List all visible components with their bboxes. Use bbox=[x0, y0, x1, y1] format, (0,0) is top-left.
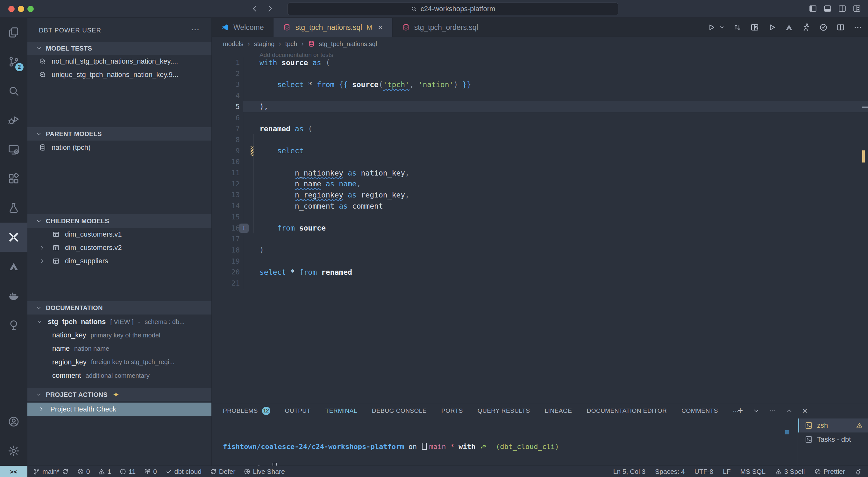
section-header-model-tests[interactable]: MODEL TESTS bbox=[27, 42, 212, 55]
toggle-secondary-sidebar-icon[interactable] bbox=[838, 4, 846, 13]
list-item[interactable]: unique_stg_tpch_nations_nation_key.9... bbox=[27, 68, 212, 81]
activity-item-dbt-power-user[interactable] bbox=[0, 223, 27, 252]
code-line[interactable]: 5), bbox=[212, 101, 868, 112]
code-line[interactable]: 4 bbox=[212, 90, 868, 101]
close-window-button[interactable] bbox=[8, 6, 14, 12]
activity-item-accounts[interactable] bbox=[0, 407, 27, 436]
list-item[interactable]: dim_suppliers bbox=[27, 254, 212, 268]
status-item-language-mode[interactable]: MS SQL bbox=[740, 468, 766, 475]
panel-tab-comments[interactable]: COMMENTS bbox=[681, 407, 718, 414]
doc-column-row[interactable]: region_keyforeign key to stg_tpch_regi..… bbox=[27, 355, 212, 369]
compare-icon[interactable] bbox=[733, 23, 742, 32]
minimize-window-button[interactable] bbox=[18, 6, 24, 12]
split-editor-icon[interactable] bbox=[836, 23, 845, 32]
maximize-panel-icon[interactable] bbox=[786, 407, 793, 414]
activity-item-run-and-debug[interactable] bbox=[0, 106, 27, 135]
code-line[interactable]: 15 bbox=[212, 211, 868, 223]
chevron-right-icon[interactable] bbox=[39, 258, 45, 264]
status-item-encoding[interactable]: UTF-8 bbox=[694, 468, 714, 475]
panel-tab-output[interactable]: OUTPUT bbox=[285, 407, 311, 414]
doc-column-row[interactable]: namenation name bbox=[27, 342, 212, 355]
code-line[interactable]: 1with source as ( bbox=[212, 57, 868, 68]
terminal-instance-zsh[interactable]: zsh bbox=[798, 418, 868, 433]
panel-scroll-handle[interactable] bbox=[785, 430, 789, 434]
status-item-spell-checker[interactable]: 3 Spell bbox=[775, 468, 805, 475]
panel-tab-terminal[interactable]: TERMINAL bbox=[326, 407, 357, 414]
code-line[interactable]: 9 select bbox=[212, 145, 868, 157]
code-line[interactable]: 8 bbox=[212, 134, 868, 145]
section-header-project-actions[interactable]: PROJECT ACTIONS✦ bbox=[27, 388, 212, 401]
code-line[interactable]: 19 bbox=[212, 256, 868, 267]
status-item-live-share[interactable]: Live Share bbox=[244, 468, 285, 475]
code-line[interactable]: 14 n_comment as comment bbox=[212, 200, 868, 211]
panel-tab-query-results[interactable]: QUERY RESULTS bbox=[477, 407, 530, 414]
code-line[interactable]: 3 select * from {{ source('tpch', 'natio… bbox=[212, 79, 868, 90]
customize-layout-icon[interactable] bbox=[853, 4, 861, 13]
tab-stg-tpch-orders[interactable]: stg_tpch_orders.sql bbox=[393, 18, 488, 37]
panel-tab-problems[interactable]: PROBLEMS12 bbox=[223, 407, 270, 415]
activity-item-source-control[interactable]: 2 bbox=[0, 47, 27, 76]
breadcrumb-item[interactable]: staging bbox=[254, 40, 275, 48]
panel-tab-lineage[interactable]: LINEAGE bbox=[545, 407, 572, 414]
dbt-icon[interactable] bbox=[784, 23, 794, 32]
doc-model-row[interactable]: stg_tpch_nations[ VIEW ]-schema : db... bbox=[27, 315, 212, 329]
panel-tab-documentation-editor[interactable]: DOCUMENTATION EDITOR bbox=[587, 407, 667, 414]
sidebar-more-actions-icon[interactable]: ⋯ bbox=[191, 24, 200, 35]
activity-item-extensions[interactable] bbox=[0, 164, 27, 193]
status-item-cursor-position[interactable]: Ln 5, Col 3 bbox=[613, 468, 646, 475]
list-item[interactable]: nation (tpch) bbox=[27, 141, 212, 154]
more-actions-icon[interactable] bbox=[769, 407, 776, 414]
section-header-parent-models[interactable]: PARENT MODELS bbox=[27, 127, 212, 141]
navigate-forward-icon[interactable] bbox=[266, 4, 275, 13]
code-editor[interactable]: Add documentation or tests 1with source … bbox=[212, 51, 868, 403]
toggle-primary-sidebar-icon[interactable] bbox=[809, 4, 817, 13]
list-item[interactable]: not_null_stg_tpch_nations_nation_key.... bbox=[27, 55, 212, 68]
panel-tab-ports[interactable]: PORTS bbox=[441, 407, 463, 414]
code-line[interactable]: 20select * from renamed bbox=[212, 267, 868, 278]
more-actions-icon[interactable] bbox=[854, 23, 862, 32]
code-line[interactable]: 21 bbox=[212, 278, 868, 289]
tab-welcome[interactable]: Welcome bbox=[212, 18, 274, 37]
section-header-documentation[interactable]: DOCUMENTATION bbox=[27, 301, 212, 314]
status-item-defer[interactable]: Defer bbox=[210, 468, 235, 475]
status-item-notifications[interactable] bbox=[855, 468, 862, 475]
code-line[interactable]: 10 bbox=[212, 156, 868, 167]
remote-indicator[interactable]: >< bbox=[0, 466, 27, 477]
toggle-panel-icon[interactable] bbox=[824, 4, 832, 13]
section-header-children-models[interactable]: CHILDREN MODELS bbox=[27, 214, 212, 228]
preview-icon[interactable] bbox=[750, 23, 759, 32]
tab-stg-tpch-nations[interactable]: stg_tpch_nations.sql M × bbox=[274, 18, 392, 37]
add-block-button[interactable]: + bbox=[239, 224, 249, 233]
activity-item-remote-explorer[interactable] bbox=[0, 135, 27, 164]
list-item[interactable]: dim_customers.v2 bbox=[27, 241, 212, 254]
code-line[interactable]: 7renamed as ( bbox=[212, 123, 868, 134]
panel-tab-debug-console[interactable]: DEBUG CONSOLE bbox=[372, 407, 427, 414]
chevron-right-icon[interactable] bbox=[39, 231, 45, 238]
code-line[interactable]: 12 n_name as name, bbox=[212, 178, 868, 190]
zoom-window-button[interactable] bbox=[27, 6, 34, 12]
activity-item-explorer[interactable] bbox=[0, 18, 27, 47]
code-line[interactable]: 6 bbox=[212, 112, 868, 124]
code-line[interactable]: 17 bbox=[212, 233, 868, 244]
code-line[interactable]: 18) bbox=[212, 244, 868, 256]
status-item-infos[interactable]: 11 bbox=[119, 468, 136, 475]
code-line[interactable]: 13 n_regionkey as region_key, bbox=[212, 189, 868, 200]
execute-icon[interactable] bbox=[767, 23, 776, 32]
new-terminal-icon[interactable]: + bbox=[738, 405, 743, 416]
code-line[interactable]: 16+ from source bbox=[212, 223, 868, 234]
doc-column-row[interactable]: nation_keyprimary key of the model bbox=[27, 329, 212, 342]
chevron-down-icon[interactable] bbox=[719, 25, 725, 30]
status-item-indentation[interactable]: Spaces: 4 bbox=[655, 468, 685, 475]
status-item-dbt-cloud[interactable]: dbt cloud bbox=[165, 468, 202, 475]
run-query-icon[interactable] bbox=[707, 23, 716, 32]
close-tab-icon[interactable]: × bbox=[378, 23, 383, 32]
activity-item-project-explorer[interactable] bbox=[0, 310, 27, 340]
status-item-errors[interactable]: 0 bbox=[77, 468, 90, 475]
activity-item-docker[interactable] bbox=[0, 281, 27, 310]
activity-item-search[interactable] bbox=[0, 76, 27, 106]
breadcrumb-item[interactable]: models bbox=[223, 40, 243, 48]
breadcrumb-item[interactable]: tpch bbox=[285, 40, 298, 48]
status-item-ports[interactable]: 0 bbox=[144, 468, 157, 475]
command-center-search[interactable]: c24-workshops-platform bbox=[287, 3, 618, 15]
project-action-project-health-check[interactable]: Project Health Check bbox=[27, 403, 212, 416]
